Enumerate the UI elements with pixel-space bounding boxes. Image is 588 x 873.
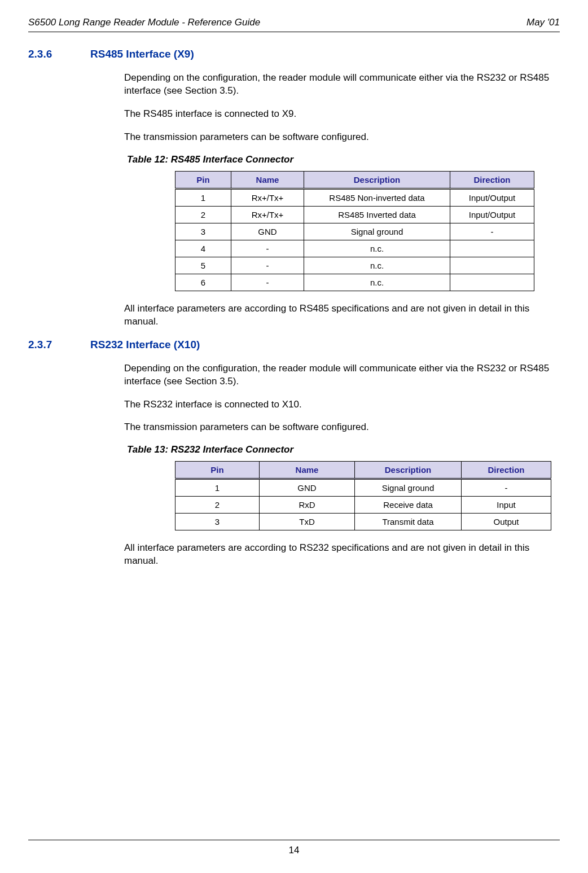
paragraph: Depending on the configuration, the read… — [124, 72, 554, 98]
header-left: S6500 Long Range Reader Module - Referen… — [28, 17, 260, 28]
cell-name: Rx+/Tx+ — [231, 206, 304, 223]
cell-dir: Output — [462, 514, 551, 530]
cell-desc: Signal ground — [304, 223, 450, 240]
paragraph: Depending on the configuration, the read… — [124, 362, 554, 388]
section-heading-236: 2.3.6 RS485 Interface (X9) — [28, 48, 560, 60]
table-row: 3 GND Signal ground - — [175, 223, 534, 240]
table-row: 5 - n.c. — [175, 257, 534, 274]
section-title: RS485 Interface (X9) — [90, 48, 194, 60]
table-rs232-connector: Pin Name Description Direction 1 GND Sig… — [175, 461, 551, 530]
cell-dir — [450, 274, 534, 291]
cell-dir — [450, 257, 534, 274]
page-header: S6500 Long Range Reader Module - Referen… — [28, 17, 560, 32]
table-header-row: Pin Name Description Direction — [175, 462, 551, 479]
table-row: 1 GND Signal ground - — [175, 479, 551, 497]
cell-dir: Input/Output — [450, 206, 534, 223]
table-caption-13: Table 13: RS232 Interface Connector — [127, 444, 560, 455]
page-footer: 14 — [0, 840, 588, 856]
cell-dir: - — [450, 223, 534, 240]
cell-pin: 3 — [175, 223, 231, 240]
cell-pin: 5 — [175, 257, 231, 274]
table-row: 6 - n.c. — [175, 274, 534, 291]
paragraph: The transmission parameters can be softw… — [124, 131, 554, 144]
cell-dir: Input — [462, 497, 551, 514]
cell-name: GND — [231, 223, 304, 240]
cell-name: RxD — [260, 497, 355, 514]
table-row: 4 - n.c. — [175, 240, 534, 257]
cell-desc: Receive data — [355, 497, 462, 514]
table-row: 1 Rx+/Tx+ RS485 Non-inverted data Input/… — [175, 188, 534, 206]
table-row: 2 RxD Receive data Input — [175, 497, 551, 514]
cell-desc: Signal ground — [355, 479, 462, 497]
col-pin: Pin — [175, 462, 260, 479]
cell-dir: - — [462, 479, 551, 497]
cell-pin: 1 — [175, 188, 231, 206]
col-pin: Pin — [175, 171, 231, 188]
col-name: Name — [260, 462, 355, 479]
table-rs485-connector: Pin Name Description Direction 1 Rx+/Tx+… — [175, 171, 534, 291]
cell-desc: n.c. — [304, 257, 450, 274]
cell-desc: n.c. — [304, 240, 450, 257]
cell-desc: RS485 Inverted data — [304, 206, 450, 223]
cell-pin: 2 — [175, 497, 260, 514]
page-number: 14 — [289, 845, 300, 856]
col-description: Description — [304, 171, 450, 188]
section-number: 2.3.6 — [28, 48, 90, 60]
header-right: May '01 — [526, 17, 560, 28]
cell-desc: RS485 Non-inverted data — [304, 188, 450, 206]
cell-desc: n.c. — [304, 274, 450, 291]
cell-name: - — [231, 274, 304, 291]
table-row: 3 TxD Transmit data Output — [175, 514, 551, 530]
cell-dir — [450, 240, 534, 257]
col-direction: Direction — [462, 462, 551, 479]
cell-pin: 3 — [175, 514, 260, 530]
table-caption-12: Table 12: RS485 Interface Connector — [127, 154, 560, 165]
cell-name: - — [231, 240, 304, 257]
cell-name: Rx+/Tx+ — [231, 188, 304, 206]
cell-name: TxD — [260, 514, 355, 530]
paragraph: All interface parameters are according t… — [124, 302, 554, 328]
table-row: 2 Rx+/Tx+ RS485 Inverted data Input/Outp… — [175, 206, 534, 223]
cell-dir: Input/Output — [450, 188, 534, 206]
table-header-row: Pin Name Description Direction — [175, 171, 534, 188]
col-description: Description — [355, 462, 462, 479]
section-heading-237: 2.3.7 RS232 Interface (X10) — [28, 339, 560, 351]
cell-name: GND — [260, 479, 355, 497]
cell-pin: 4 — [175, 240, 231, 257]
cell-pin: 6 — [175, 274, 231, 291]
cell-pin: 2 — [175, 206, 231, 223]
paragraph: The transmission parameters can be softw… — [124, 421, 554, 434]
cell-pin: 1 — [175, 479, 260, 497]
section-number: 2.3.7 — [28, 339, 90, 351]
paragraph: All interface parameters are according t… — [124, 542, 554, 568]
col-name: Name — [231, 171, 304, 188]
col-direction: Direction — [450, 171, 534, 188]
cell-desc: Transmit data — [355, 514, 462, 530]
paragraph: The RS485 interface is connected to X9. — [124, 108, 554, 121]
section-title: RS232 Interface (X10) — [90, 339, 200, 351]
paragraph: The RS232 interface is connected to X10. — [124, 398, 554, 411]
cell-name: - — [231, 257, 304, 274]
